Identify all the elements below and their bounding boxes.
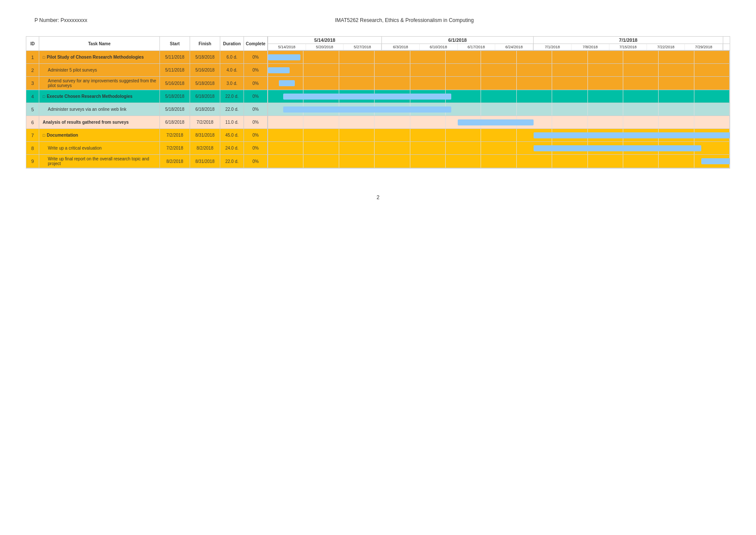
task-name: Administer 5 pilot surveys <box>39 64 160 76</box>
timeline-bar-area <box>268 64 730 76</box>
task-complete: 0% <box>244 116 268 128</box>
row-id: 1 <box>26 51 39 63</box>
row-id: 8 <box>26 142 39 154</box>
col-header-start: Start <box>160 37 190 50</box>
task-start: 5/11/2018 <box>160 64 190 76</box>
week-label: 5/27/2018 <box>344 44 381 50</box>
task-complete: 0% <box>244 155 268 168</box>
gantt-bar <box>458 119 534 125</box>
table-row: 9 Write up final report on the overall r… <box>26 155 730 168</box>
task-name: □ Documentation <box>39 129 160 141</box>
task-finish: 5/16/2018 <box>190 64 220 76</box>
gantt-bar <box>283 94 451 100</box>
task-duration: 3.0 d. <box>220 77 244 90</box>
task-start: 7/2/2018 <box>160 142 190 154</box>
task-duration: 45.0 d. <box>220 129 244 141</box>
task-finish: 5/18/2018 <box>190 51 220 63</box>
timeline-bar-area <box>268 103 730 116</box>
month-label-jun: 6/1/2018 <box>382 37 533 44</box>
gantt-bar <box>268 54 300 60</box>
task-start: 7/2/2018 <box>160 129 190 141</box>
task-start: 5/18/2018 <box>160 90 190 103</box>
task-complete: 0% <box>244 51 268 63</box>
table-row: 3 Amend survey for any improvements sugg… <box>26 77 730 90</box>
table-row: 2 Administer 5 pilot surveys 5/11/2018 5… <box>26 64 730 77</box>
page-title: IMAT5262 Research, Ethics & Professional… <box>335 17 474 23</box>
week-label: 6/10/2018 <box>420 44 458 50</box>
task-complete: 0% <box>244 129 268 141</box>
week-label: 7/8/2018 <box>572 44 609 50</box>
week-label: 8/5/2018/12/20 <box>723 44 730 50</box>
task-finish: 6/18/2018 <box>190 103 220 116</box>
month-label-jul: 7/1/2018 <box>534 37 723 44</box>
month-label-may: 5/14/2018 <box>268 37 381 44</box>
week-label: 7/1/2018 <box>534 44 572 50</box>
task-start: 6/18/2018 <box>160 116 190 128</box>
timeline-bar-area <box>268 77 730 90</box>
table-row: 7 □ Documentation 7/2/2018 8/31/2018 45.… <box>26 129 730 142</box>
task-finish: 8/31/2018 <box>190 129 220 141</box>
week-label: 6/24/2018 <box>495 44 533 50</box>
task-finish: 6/18/2018 <box>190 90 220 103</box>
timeline-bar-area <box>268 90 730 103</box>
col-header-taskname: Task Name <box>39 37 160 50</box>
task-name: Write up final report on the overall res… <box>39 155 160 168</box>
task-complete: 0% <box>244 77 268 90</box>
table-row: 5 Administer surveys via an online web l… <box>26 103 730 116</box>
task-start: 8/2/2018 <box>160 155 190 168</box>
task-name: □ Execute Chosen Research Methodologies <box>39 90 160 103</box>
task-duration: 11.0 d. <box>220 116 244 128</box>
task-duration: 22.0 d. <box>220 103 244 116</box>
task-start: 5/18/2018 <box>160 103 190 116</box>
task-duration: 24.0 d. <box>220 142 244 154</box>
gantt-header: ID Task Name Start Finish Duration Compl… <box>26 37 730 51</box>
gantt-bar <box>279 80 295 86</box>
task-finish: 7/2/2018 <box>190 116 220 128</box>
task-duration: 4.0 d. <box>220 64 244 76</box>
task-start: 5/16/2018 <box>160 77 190 90</box>
gantt-bar <box>268 67 290 73</box>
task-name: Analysis of results gathered from survey… <box>39 116 160 128</box>
week-label: 6/3/2018 <box>382 44 420 50</box>
task-finish: 5/18/2018 <box>190 77 220 90</box>
p-number: P Number: Pxxxxxxxxx <box>34 17 87 23</box>
table-row: 8 Write up a critical evaluation 7/2/201… <box>26 142 730 155</box>
row-id: 6 <box>26 116 39 128</box>
gantt-bar <box>701 158 730 164</box>
month-label-aug: 8/1/2018 <box>723 37 730 44</box>
week-label: 6/17/2018 <box>458 44 496 50</box>
col-header-complete: Complete <box>244 37 268 50</box>
col-header-finish: Finish <box>190 37 220 50</box>
timeline-bar-area <box>268 155 730 168</box>
week-label: 7/15/2018 <box>609 44 647 50</box>
task-name: □ Pilot Study of Chosen Research Methodo… <box>39 51 160 63</box>
task-name: Amend survey for any improvements sugges… <box>39 77 160 90</box>
timeline-bar-area <box>268 51 730 63</box>
table-row: 6 Analysis of results gathered from surv… <box>26 116 730 129</box>
table-row: 1 □ Pilot Study of Chosen Research Metho… <box>26 51 730 64</box>
gantt-bar <box>283 106 451 113</box>
task-complete: 0% <box>244 103 268 116</box>
week-label: 7/22/2018 <box>647 44 685 50</box>
timeline-bar-area <box>268 116 730 128</box>
row-id: 7 <box>26 129 39 141</box>
timeline-header: 5/14/2018 5/14/2018 5/20/2018 5/27/2018 … <box>268 37 730 50</box>
task-complete: 0% <box>244 142 268 154</box>
task-start: 5/11/2018 <box>160 51 190 63</box>
row-id: 3 <box>26 77 39 90</box>
task-name: Write up a critical evaluation <box>39 142 160 154</box>
week-label: 5/20/2018 <box>306 44 344 50</box>
task-duration: 22.0 d. <box>220 155 244 168</box>
page-number: 2 <box>377 194 380 200</box>
timeline-bar-area <box>268 142 730 154</box>
page-footer: 2 <box>0 186 756 209</box>
timeline-bar-area <box>268 129 730 141</box>
task-complete: 0% <box>244 64 268 76</box>
task-duration: 22.0 d. <box>220 90 244 103</box>
row-id: 9 <box>26 155 39 168</box>
week-label: 7/29/2018 <box>685 44 723 50</box>
task-name: Administer surveys via an online web lin… <box>39 103 160 116</box>
row-id: 5 <box>26 103 39 116</box>
row-id: 4 <box>26 90 39 103</box>
table-row: 4 □ Execute Chosen Research Methodologie… <box>26 90 730 103</box>
